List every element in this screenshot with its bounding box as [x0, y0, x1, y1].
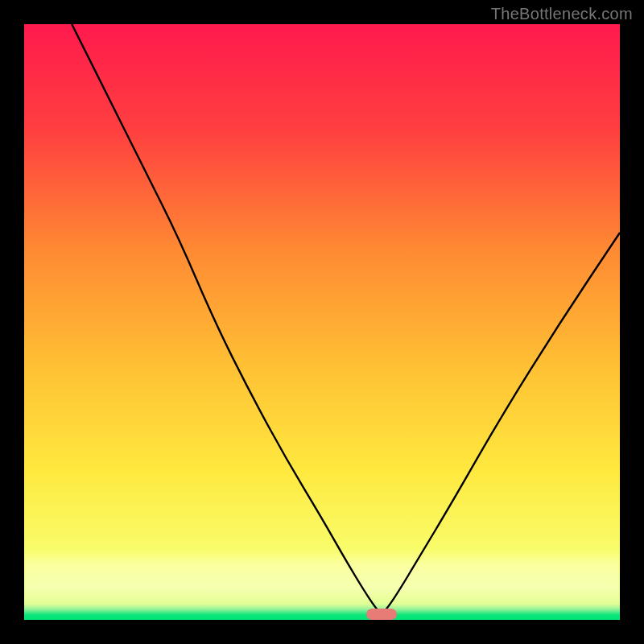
optimum-marker [366, 609, 397, 620]
bottleneck-curve [24, 24, 620, 620]
plot-area [24, 24, 620, 620]
chart-frame: TheBottleneck.com [0, 0, 644, 644]
watermark-text: TheBottleneck.com [491, 5, 633, 23]
